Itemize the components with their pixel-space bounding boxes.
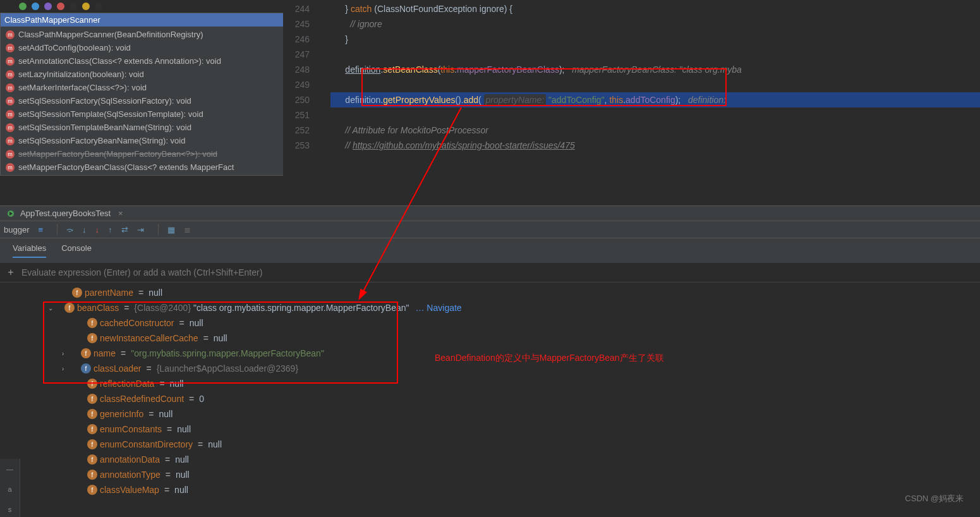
show-frames-icon[interactable]: ≡ — [38, 225, 43, 234]
close-icon[interactable]: × — [118, 209, 123, 218]
step-over-icon[interactable]: ⤼ — [66, 225, 73, 234]
method-icon: m — [6, 83, 15, 92]
add-watch-icon[interactable]: + — [5, 267, 16, 278]
structure-item[interactable]: mClassPathMapperScanner(BeanDefinitionRe… — [1, 28, 291, 41]
run-tab[interactable]: AppTest.queryBooksTest × — [0, 206, 980, 221]
tool-icon[interactable]: a — [0, 479, 20, 499]
structure-item[interactable]: msetMapperFactoryBean(MapperFactoryBean<… — [1, 147, 291, 161]
structure-list: mClassPathMapperScanner(BeanDefinitionRe… — [1, 27, 291, 175]
run-to-cursor-icon[interactable]: ⇥ — [137, 225, 144, 234]
evaluate-expression-row[interactable]: + Evaluate expression (Enter) or add a w… — [0, 263, 980, 283]
structure-item[interactable]: msetMarkerInterface(Class<?>): void — [1, 81, 291, 94]
structure-item[interactable]: msetSqlSessionFactory(SqlSessionFactory)… — [1, 94, 291, 107]
dot-icon — [19, 3, 27, 10]
dot-icon — [44, 3, 52, 10]
variable-row[interactable]: f classRedefinedCount=0 — [25, 391, 980, 406]
force-step-into-icon[interactable]: ↓ — [95, 225, 100, 234]
step-out-icon[interactable]: ↑ — [108, 225, 112, 234]
evaluate-input-placeholder: Evaluate expression (Enter) or add a wat… — [21, 267, 262, 277]
method-icon: m — [6, 150, 15, 159]
structure-item[interactable]: msetAddToConfig(boolean): void — [1, 41, 291, 54]
method-icon: m — [6, 110, 15, 119]
more-icon[interactable]: ≣ — [184, 225, 191, 234]
method-icon: m — [6, 163, 15, 172]
method-icon: m — [6, 70, 15, 79]
variable-row[interactable]: f parentName=null — [25, 285, 980, 300]
method-icon: m — [6, 137, 15, 145]
field-icon: f — [87, 409, 97, 419]
highlight-box — [361, 68, 727, 106]
method-icon: m — [6, 30, 15, 39]
watermark: CSDN @妈夜来 — [905, 493, 964, 504]
run-tab-label: AppTest.queryBooksTest — [20, 209, 111, 218]
structure-item[interactable]: msetAnnotationClass(Class<? extends Anno… — [1, 54, 291, 68]
field-icon: f — [87, 439, 97, 449]
dot-icon — [82, 3, 90, 10]
collapse-icon[interactable]: — — [0, 459, 20, 479]
step-into-icon[interactable]: ↓ — [82, 225, 87, 234]
tab-console[interactable]: Console — [61, 243, 92, 258]
test-icon — [6, 209, 15, 218]
method-icon: m — [6, 44, 15, 52]
variable-row[interactable]: f classValueMap=null — [25, 482, 980, 497]
method-icon: m — [6, 123, 15, 132]
navigate-link[interactable]: … Navigate — [415, 303, 461, 313]
left-toolstrip: — a s vo ◉ vo a le vo — [0, 459, 20, 517]
field-icon: f — [87, 485, 97, 495]
structure-item[interactable]: msetSqlSessionFactoryBeanName(String): v… — [1, 134, 291, 147]
field-icon: f — [72, 288, 82, 298]
dot-icon — [70, 3, 77, 10]
tool-icon[interactable]: s — [0, 499, 20, 517]
structure-popup[interactable]: ClassPathMapperScanner mClassPathMapperS… — [0, 13, 292, 176]
evaluate-icon[interactable]: ▦ — [167, 225, 175, 234]
structure-item[interactable]: msetSqlSessionTemplateBeanName(String): … — [1, 121, 291, 134]
method-icon: m — [6, 97, 15, 106]
variable-row[interactable]: f annotationType=null — [25, 467, 980, 482]
top-toolbar — [0, 1, 102, 13]
debug-subtabs: Variables Console — [0, 238, 980, 263]
variable-row[interactable]: f annotationData=null — [25, 452, 980, 467]
debugger-label: bugger — [4, 225, 29, 234]
structure-title: ClassPathMapperScanner — [1, 13, 291, 27]
field-icon: f — [87, 394, 97, 404]
debugger-toolbar: bugger ≡ ⤼ ↓ ↓ ↑ ⇄ ⇥ ▦ ≣ — [0, 221, 980, 238]
editor-gutter: 244245246247248249250251252253 — [283, 0, 321, 153]
highlight-box-vars — [43, 301, 398, 384]
drop-frame-icon[interactable]: ⇄ — [121, 225, 128, 234]
dot-icon — [57, 3, 64, 10]
variable-row[interactable]: f enumConstantDirectory=null — [25, 437, 980, 452]
structure-item[interactable]: msetMapperFactoryBeanClass(Class<? exten… — [1, 161, 291, 174]
structure-item[interactable]: msetSqlSessionTemplate(SqlSessionTemplat… — [1, 107, 291, 121]
dot-icon — [95, 3, 102, 10]
field-icon: f — [87, 454, 97, 465]
structure-item[interactable]: msetLazyInitialization(boolean): void — [1, 68, 291, 81]
variable-row[interactable]: f enumConstants=null — [25, 422, 980, 437]
annotation-text: BeanDefination的定义中与MapperFactoryBean产生了关… — [435, 353, 664, 364]
dot-icon — [32, 3, 39, 10]
field-icon: f — [87, 424, 97, 434]
field-icon: f — [87, 470, 97, 480]
method-icon: m — [6, 57, 15, 66]
tab-variables[interactable]: Variables — [13, 243, 46, 258]
variable-row[interactable]: f genericInfo=null — [25, 406, 980, 422]
